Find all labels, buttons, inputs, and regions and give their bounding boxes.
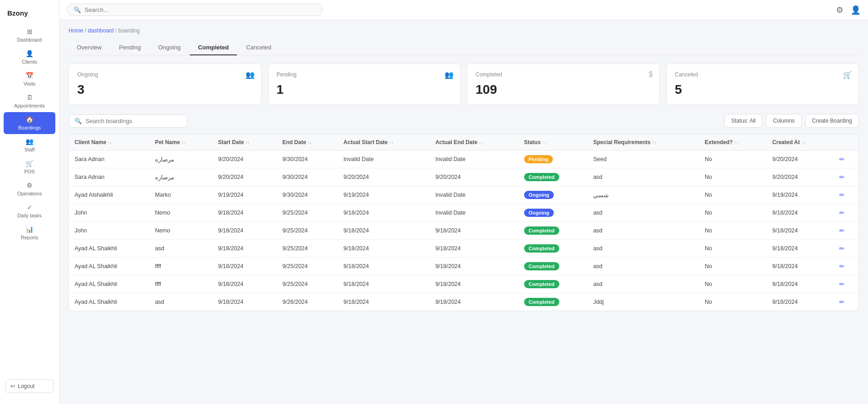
edit-cell[interactable]: ✏ (834, 168, 858, 186)
col-pet-name[interactable]: Pet Name↑↓ (150, 135, 213, 151)
stat-card-icon: $ (649, 70, 653, 79)
stat-cards: 👥 Ongoing 3 👥 Pending 1 $ Completed 109 … (69, 64, 859, 105)
search-input[interactable] (85, 6, 316, 13)
sidebar-item-label: Visits (23, 81, 35, 86)
special-requirements: asd (588, 204, 699, 222)
table-search[interactable]: 🔍 (69, 114, 188, 128)
actual-start-date: 9/18/2024 (338, 258, 430, 275)
status-badge: Completed (524, 298, 559, 306)
col-special-requirements[interactable]: Special Requirements↑↓ (588, 135, 699, 151)
tab-ongoing[interactable]: Ongoing (150, 40, 189, 55)
app-title: Bzony (0, 5, 59, 24)
client-name: Sara Adnan (69, 168, 150, 186)
global-search[interactable]: 🔍 (67, 4, 323, 16)
stat-card-ongoing: 👥 Ongoing 3 (69, 64, 262, 105)
user-icon[interactable]: 👤 (851, 5, 861, 15)
status-cell: Completed (519, 222, 588, 240)
created-at: 9/18/2024 (767, 240, 834, 258)
edit-icon[interactable]: ✏ (839, 245, 845, 252)
col-created-at[interactable]: Created At↑↓ (767, 135, 834, 151)
table-search-input[interactable] (86, 118, 162, 124)
col-end-date[interactable]: End Date↑↓ (277, 135, 338, 151)
stat-card-canceled: 🛒 Canceled 5 (666, 64, 859, 105)
col-extended?[interactable]: Extended?↑↓ (699, 135, 767, 151)
end-date: 9/25/2024 (277, 275, 338, 293)
edit-cell[interactable]: ✏ (834, 275, 858, 293)
client-name: Ayad AL Shaikhli (69, 240, 150, 258)
created-at: 9/18/2024 (767, 275, 834, 293)
sidebar-item-visits[interactable]: 📅Visits (0, 68, 59, 90)
columns-button[interactable]: Columns (766, 114, 801, 128)
col-actual-start-date[interactable]: Actual Start Date↑↓ (338, 135, 430, 151)
breadcrumb-home[interactable]: Home (69, 27, 83, 34)
pet-name: Marko (150, 186, 213, 204)
create-boarding-button[interactable]: Create Boarding (805, 114, 859, 128)
special-requirements: asd (588, 258, 699, 275)
logout-button[interactable]: ↩ Logout (5, 379, 54, 393)
actual-end-date: Invalid Date (430, 186, 519, 204)
table-row: Ayad AL Shaikhliasd9/18/20249/26/20249/1… (69, 293, 858, 311)
col-start-date[interactable]: Start Date↑↓ (213, 135, 277, 151)
edit-icon[interactable]: ✏ (839, 298, 845, 306)
edit-cell[interactable]: ✏ (834, 222, 858, 240)
sidebar-item-clients[interactable]: 👤Clients (0, 46, 59, 68)
topbar: 🔍 ⚙ 👤 (59, 0, 868, 20)
sidebar-item-daily-tasks[interactable]: ✓Daily tasks (0, 200, 59, 222)
edit-cell[interactable]: ✏ (834, 293, 858, 311)
table-row: Sara Adnanمرصاره9/20/20249/30/2024Invali… (69, 151, 858, 168)
breadcrumb-dashboard[interactable]: dashboard (88, 27, 114, 34)
edit-icon[interactable]: ✏ (839, 280, 845, 288)
edit-cell[interactable]: ✏ (834, 186, 858, 204)
start-date: 9/20/2024 (213, 168, 277, 186)
tab-overview[interactable]: Overview (69, 40, 110, 55)
col-[interactable] (834, 135, 858, 151)
edit-icon[interactable]: ✏ (839, 209, 845, 216)
sidebar-item-label: Appointments (14, 103, 45, 108)
extended: No (699, 258, 767, 275)
client-name: Ayad Alshaikhli (69, 186, 150, 204)
tab-completed[interactable]: Completed (190, 40, 237, 55)
edit-icon[interactable]: ✏ (839, 191, 845, 199)
edit-icon[interactable]: ✏ (839, 156, 845, 163)
stat-card-label: Pending (277, 71, 452, 78)
sort-icon: ↑↓ (245, 140, 250, 145)
sidebar-item-dashboard[interactable]: ⊞Dashboard (0, 24, 59, 46)
end-date: 9/30/2024 (277, 186, 338, 204)
sidebar-item-operations[interactable]: ⚙Operations (0, 178, 59, 200)
table-toolbar: 🔍 Status: All Columns Create Boarding (69, 114, 859, 128)
status-cell: Ongoing (519, 186, 588, 204)
breadcrumb: Home / dashboard / boarding (69, 27, 859, 34)
edit-cell[interactable]: ✏ (834, 151, 858, 168)
edit-cell[interactable]: ✏ (834, 204, 858, 222)
edit-cell[interactable]: ✏ (834, 240, 858, 258)
sidebar-item-staff[interactable]: 👥Staff (0, 134, 59, 156)
settings-icon[interactable]: ⚙ (836, 5, 843, 15)
edit-icon[interactable]: ✏ (839, 227, 845, 234)
status-filter-button[interactable]: Status: All (724, 114, 762, 128)
sidebar-item-reports[interactable]: 📊Reports (0, 222, 59, 244)
status-badge: Completed (524, 280, 559, 288)
sidebar-item-label: Reports (21, 235, 38, 240)
tab-pending[interactable]: Pending (111, 40, 149, 55)
special-requirements: asd (588, 222, 699, 240)
status-cell: Ongoing (519, 204, 588, 222)
pet-name: Nemo (150, 204, 213, 222)
tab-canceled[interactable]: Canceled (238, 40, 279, 55)
actual-end-date: 9/18/2024 (430, 222, 519, 240)
sidebar-item-boardings[interactable]: 🏠Boardings (4, 112, 55, 134)
sidebar-item-pos[interactable]: 🛒POS (0, 156, 59, 178)
sidebar-item-appointments[interactable]: 🗓Appointments (0, 90, 59, 112)
edit-cell[interactable]: ✏ (834, 258, 858, 275)
col-client-name[interactable]: Client Name↑↓ (69, 135, 150, 151)
table-row: JohnNemo9/18/20249/25/20249/18/2024Inval… (69, 204, 858, 222)
extended: No (699, 240, 767, 258)
col-actual-end-date[interactable]: Actual End Date↑↓ (430, 135, 519, 151)
status-cell: Pending (519, 151, 588, 168)
edit-icon[interactable]: ✏ (839, 263, 845, 270)
col-status[interactable]: Status↑↓ (519, 135, 588, 151)
logout-label: Logout (18, 383, 35, 389)
stat-card-icon: 👥 (445, 70, 454, 79)
nav-list: ⊞Dashboard👤Clients📅Visits🗓Appointments🏠B… (0, 24, 59, 244)
edit-icon[interactable]: ✏ (839, 173, 845, 181)
operations-icon: ⚙ (27, 182, 32, 189)
